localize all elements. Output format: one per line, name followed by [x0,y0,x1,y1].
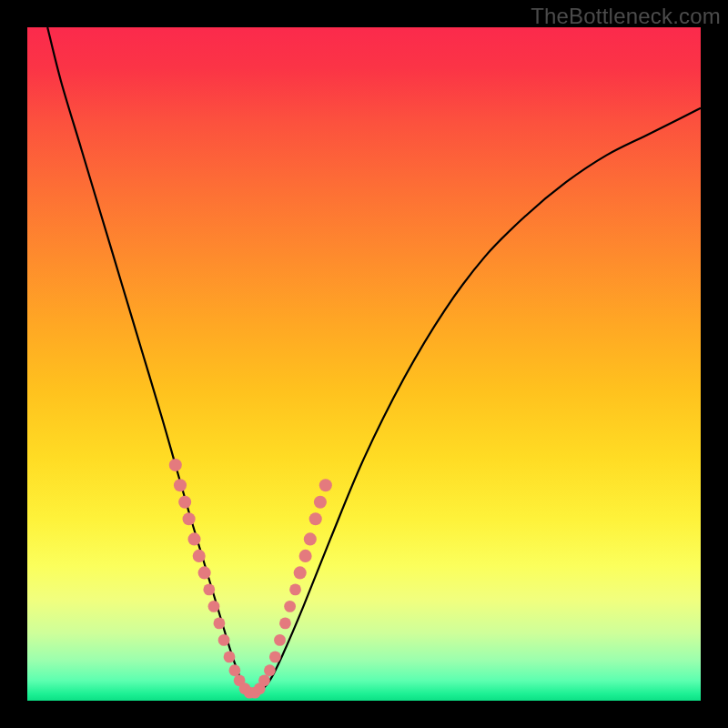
curve-marker [289,584,301,596]
curve-marker [319,479,332,491]
curve-marker [178,496,191,509]
curve-marker [279,618,291,630]
curve-marker [183,512,196,525]
curve-marker [187,532,200,545]
curve-marker [198,566,211,579]
curve-marker [294,566,307,579]
curve-marker [274,634,286,646]
marker-group [169,459,332,699]
watermark-text: TheBottleneck.com [531,4,721,29]
curve-marker [229,664,241,676]
curve-marker [214,618,226,630]
curve-marker [304,532,317,545]
curve-marker [174,479,187,491]
curve-marker [169,459,182,471]
curve-marker [193,550,206,562]
curve-marker [309,512,322,525]
chart-frame: TheBottleneck.com [0,0,728,728]
curve-marker [203,584,215,596]
curve-marker [258,674,270,686]
curve-marker [299,550,312,562]
curve-marker [314,496,327,509]
plot-area [27,27,701,701]
curve-marker [269,652,281,663]
curve-marker [284,601,296,612]
curve-marker [264,664,276,676]
curve-marker [208,601,220,612]
curve-marker [218,634,230,646]
curve-svg [27,27,701,701]
bottleneck-curve [47,27,701,695]
curve-marker [224,652,236,663]
